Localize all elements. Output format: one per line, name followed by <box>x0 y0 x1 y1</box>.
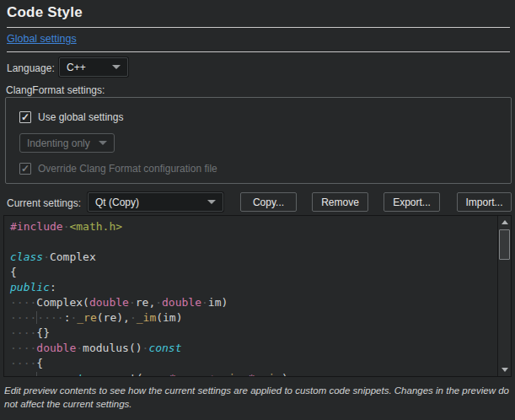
language-select[interactable]: C++ <box>59 57 128 77</box>
separator <box>7 27 510 28</box>
chevron-down-icon <box>207 200 216 204</box>
chevron-down-icon <box>99 141 107 145</box>
chevron-down-icon <box>112 65 121 69</box>
scroll-down-icon[interactable] <box>498 363 511 376</box>
code-line: ····Complex(double·re,·double·im) <box>10 295 497 310</box>
vertical-scrollbar[interactable] <box>497 216 511 376</box>
code-line: ········:·_re(re),·_im(im) <box>10 310 497 326</box>
override-clangformat-checkbox: ✓ Override Clang Format configuration fi… <box>19 163 217 175</box>
scrollbar-thumb[interactable] <box>499 229 510 260</box>
copy-button[interactable]: Copy... <box>240 192 297 212</box>
code-line: ····{} <box>10 326 497 341</box>
page-title: Code Style <box>7 4 83 21</box>
separator <box>7 51 510 52</box>
global-settings-link[interactable]: Global settings <box>7 33 77 45</box>
code-line: ····{ <box>10 356 497 371</box>
clangformat-settings-label: ClangFormat settings: <box>6 84 105 96</box>
import-button[interactable]: Import... <box>457 192 512 212</box>
code-line: ····double·modulus()·const <box>10 341 497 356</box>
indenting-mode-value: Indenting only <box>27 137 90 149</box>
remove-button[interactable]: Remove <box>312 192 368 212</box>
current-settings-select[interactable]: Qt (Copy) <box>88 192 223 212</box>
code-line: public: <box>10 280 497 295</box>
code-line <box>10 234 497 250</box>
code-line: ········return·sqrt(_re·*·_re·+·_im·*·_i… <box>10 371 497 376</box>
code-line: #include·<math.h> <box>10 219 497 234</box>
indenting-mode-select: Indenting only <box>19 133 115 153</box>
language-label: Language: <box>7 62 55 74</box>
override-clangformat-label: Override Clang Format configuration file <box>38 163 217 175</box>
current-settings-value: Qt (Copy) <box>95 197 139 208</box>
checkbox-checked-icon[interactable]: ✓ <box>19 111 31 123</box>
code-preview-editor[interactable]: #include·<math.h>class·Complex{public:··… <box>3 215 512 377</box>
language-select-value: C++ <box>67 62 86 73</box>
footer-hint-text: Edit preview contents to see how the cur… <box>4 384 512 411</box>
code-line: class·Complex <box>10 250 497 265</box>
clangformat-groupbox: ✓ Use global settings Indenting only ✓ O… <box>5 97 512 184</box>
use-global-settings-label: Use global settings <box>38 111 123 123</box>
scroll-up-icon[interactable] <box>498 216 511 229</box>
code-editor-content[interactable]: #include·<math.h>class·Complex{public:··… <box>4 216 497 376</box>
code-line: { <box>10 265 497 280</box>
current-settings-label: Current settings: <box>7 197 81 209</box>
export-button[interactable]: Export... <box>384 192 440 212</box>
use-global-settings-checkbox[interactable]: ✓ Use global settings <box>19 111 123 123</box>
checkbox-checked-icon: ✓ <box>19 163 31 175</box>
